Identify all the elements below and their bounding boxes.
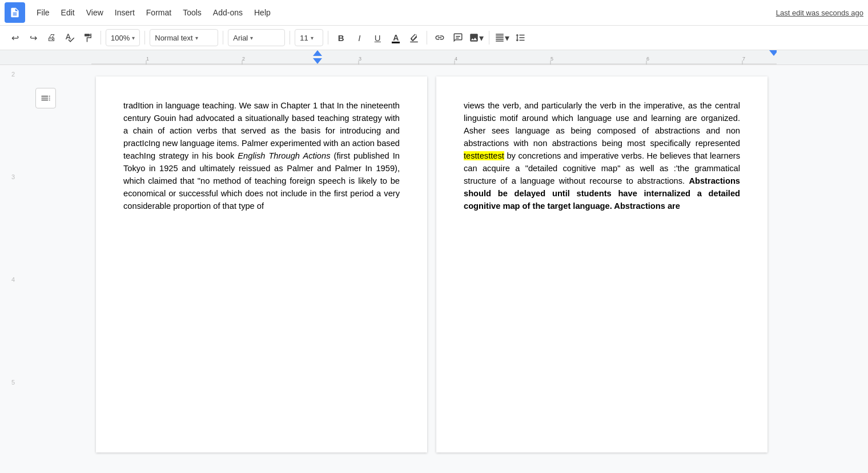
italic-button[interactable]: I <box>351 30 367 46</box>
document-area: 2 3 4 5 tradItion in language teaching. … <box>0 65 868 464</box>
line-num-4: 4 <box>11 270 15 373</box>
menu-file[interactable]: File <box>32 6 54 19</box>
svg-marker-18 <box>313 58 322 64</box>
svg-rect-1 <box>456 38 459 39</box>
redo-button[interactable]: ↪ <box>25 30 41 46</box>
style-dropdown-arrow: ▾ <box>195 35 198 41</box>
print-button[interactable]: 🖨 <box>43 30 59 46</box>
divider-4 <box>290 31 290 45</box>
right-page-text: views the verb, and particularly the ver… <box>464 99 740 212</box>
svg-marker-17 <box>313 50 322 56</box>
paint-format-button[interactable] <box>80 30 96 46</box>
line-num-3: 3 <box>11 168 15 270</box>
divider-5 <box>328 31 328 45</box>
right-text-after-highlight: by concretions and imperative verbs. He … <box>464 151 740 211</box>
left-page-text: tradItion in language teaching. We saw i… <box>123 99 400 212</box>
google-docs-icon[interactable] <box>5 2 25 23</box>
svg-marker-19 <box>769 50 777 56</box>
insert-link-button[interactable] <box>432 30 448 46</box>
svg-text:3: 3 <box>359 56 361 62</box>
svg-text:4: 4 <box>455 56 457 62</box>
ruler: 1 2 3 4 5 6 7 <box>0 50 868 65</box>
alignment-button[interactable]: ▾ <box>494 30 510 46</box>
line-num-5: 5 <box>11 373 15 464</box>
divider-6 <box>427 31 427 45</box>
divider-7 <box>489 31 489 45</box>
bold-section: Abstractions should be delayed until stu… <box>464 176 740 211</box>
font-size-value: 11 <box>300 34 308 42</box>
divider-2 <box>144 31 145 45</box>
zoom-selector[interactable]: 100% ▾ <box>106 29 140 46</box>
line-numbers: 2 3 4 5 <box>11 65 15 464</box>
menu-view[interactable]: View <box>82 6 108 19</box>
zoom-value: 100% <box>111 34 130 42</box>
svg-text:7: 7 <box>742 56 745 62</box>
svg-text:1: 1 <box>146 56 149 62</box>
menu-addons[interactable]: Add-ons <box>208 6 247 19</box>
pages-container: tradItion in language teaching. We saw i… <box>91 65 868 464</box>
svg-text:6: 6 <box>646 56 649 62</box>
outline-toggle[interactable] <box>35 88 56 108</box>
line-num-2: 2 <box>11 65 15 168</box>
left-margin: 2 3 4 5 <box>0 65 91 464</box>
right-page[interactable]: views the verb, and particularly the ver… <box>436 76 767 452</box>
align-dropdown-arrow: ▾ <box>505 33 509 43</box>
font-selector[interactable]: Arial ▾ <box>228 29 285 46</box>
svg-text:5: 5 <box>550 56 553 62</box>
highlighted-word: testtesttest <box>464 151 504 160</box>
bold-button[interactable]: B <box>333 30 349 46</box>
svg-text:2: 2 <box>242 56 245 62</box>
last-edit-status[interactable]: Last edit was seconds ago <box>776 9 863 17</box>
font-size-selector[interactable]: 11 ▾ <box>295 29 323 46</box>
menu-tools[interactable]: Tools <box>178 6 206 19</box>
left-page[interactable]: tradItion in language teaching. We saw i… <box>96 76 427 452</box>
font-value: Arial <box>233 34 248 42</box>
underline-button[interactable]: U <box>369 30 385 46</box>
size-dropdown-arrow: ▾ <box>311 35 314 41</box>
style-selector[interactable]: Normal text ▾ <box>150 29 218 46</box>
toolbar: ↩ ↪ 🖨 100% ▾ Normal text ▾ Arial ▾ 11 ▾ … <box>0 26 868 50</box>
svg-rect-0 <box>456 36 461 37</box>
right-text-before-highlight: views the verb, and particularly the ver… <box>464 101 740 148</box>
image-dropdown-arrow: ▾ <box>479 33 484 43</box>
menu-format[interactable]: Format <box>142 6 176 19</box>
line-spacing-button[interactable] <box>512 30 528 46</box>
menu-edit[interactable]: Edit <box>57 6 79 19</box>
menu-insert[interactable]: Insert <box>110 6 139 19</box>
zoom-dropdown-arrow: ▾ <box>132 35 135 41</box>
font-dropdown-arrow: ▾ <box>250 35 253 41</box>
insert-comment-button[interactable] <box>450 30 466 46</box>
text-color-button[interactable]: A <box>388 30 404 46</box>
style-value: Normal text <box>155 34 192 42</box>
divider-3 <box>223 31 223 45</box>
menu-help[interactable]: Help <box>250 6 275 19</box>
divider-1 <box>101 31 101 45</box>
menu-bar: File Edit View Insert Format Tools Add-o… <box>0 0 868 26</box>
spell-check-button[interactable] <box>62 30 78 46</box>
insert-image-button[interactable]: ▾ <box>468 30 484 46</box>
highlight-color-button[interactable] <box>406 30 422 46</box>
undo-button[interactable]: ↩ <box>7 30 23 46</box>
